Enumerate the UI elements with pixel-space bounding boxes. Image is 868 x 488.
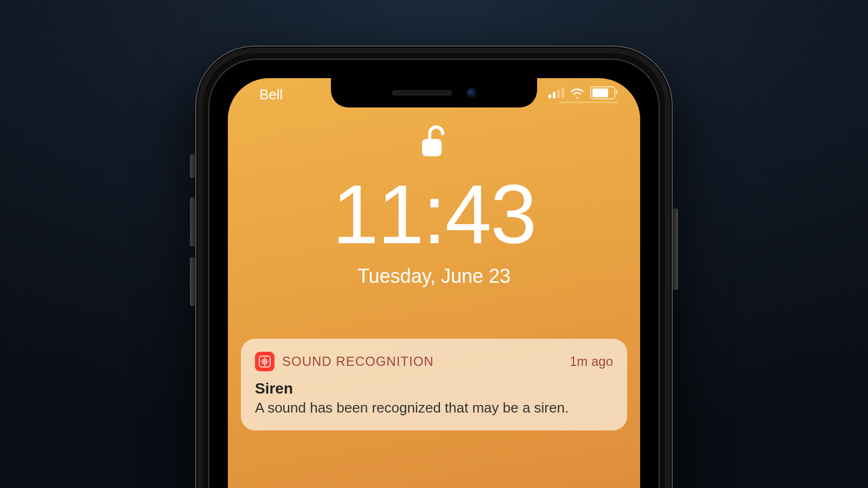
mute-switch[interactable] xyxy=(190,154,195,178)
sound-recognition-icon xyxy=(255,352,275,371)
lockscreen-header: 11:43 Tuesday, June 23 xyxy=(228,124,640,288)
volume-up-button[interactable] xyxy=(190,198,195,246)
volume-down-button[interactable] xyxy=(190,257,195,306)
cellular-signal-icon xyxy=(548,87,564,98)
screen: Bell xyxy=(228,78,640,488)
battery-icon xyxy=(590,86,615,99)
carrier-label: Bell xyxy=(250,86,283,103)
notification-app-name: SOUND RECOGNITION xyxy=(282,354,434,369)
svg-rect-0 xyxy=(422,139,442,156)
notification-card[interactable]: SOUND RECOGNITION 1m ago Siren A sound h… xyxy=(241,339,627,430)
lockscreen-time: 11:43 xyxy=(332,173,535,256)
phone-frame: Bell xyxy=(195,46,673,488)
wifi-icon xyxy=(570,87,585,98)
unlocked-icon xyxy=(419,124,449,161)
lockscreen-date: Tuesday, June 23 xyxy=(358,265,510,288)
notification-title: Siren xyxy=(255,380,613,397)
status-indicator-bar xyxy=(559,102,618,103)
phone-bezel: Bell xyxy=(208,59,660,488)
power-button[interactable] xyxy=(673,208,678,290)
status-bar: Bell xyxy=(228,78,640,111)
notification-body: A sound has been recognized that may be … xyxy=(255,400,613,416)
notification-time-ago: 1m ago xyxy=(570,354,613,369)
